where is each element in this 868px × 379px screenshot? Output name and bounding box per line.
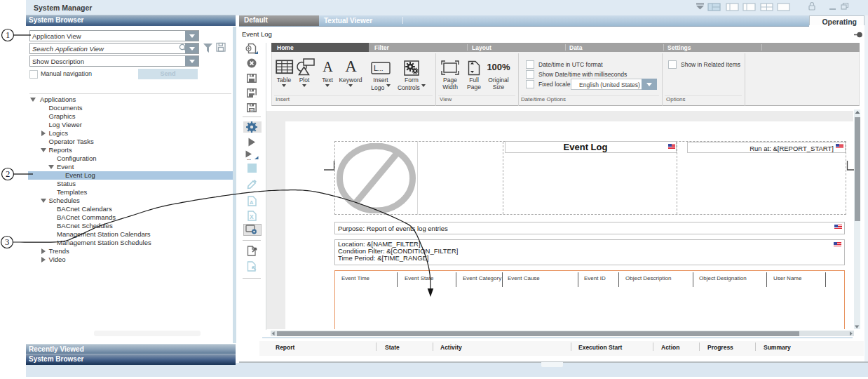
svg-text:...: ... (247, 156, 251, 161)
svg-text:X: X (250, 213, 254, 220)
svg-text:...: ... (378, 65, 384, 72)
svg-text:2: 2 (6, 169, 10, 179)
svg-text:1: 1 (6, 30, 10, 40)
svg-text:3: 3 (5, 237, 9, 247)
svg-text:A: A (250, 199, 254, 205)
svg-text:10: 10 (250, 108, 255, 112)
svg-text:...: ... (254, 93, 257, 97)
